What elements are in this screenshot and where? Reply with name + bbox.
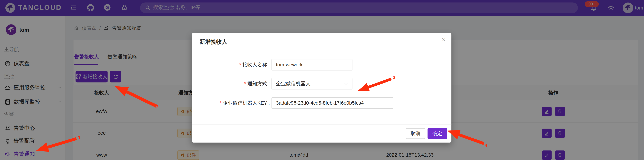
chevron-down-icon	[344, 81, 348, 86]
field-label-receiver-name: *接收人名称	[192, 61, 270, 68]
receiver-name-input[interactable]: tom-wework	[272, 59, 352, 70]
modal-header-divider	[192, 51, 451, 51]
modal-title: 新增接收人	[200, 38, 227, 46]
app-root: TANCLOUD G 搜索监控: 名称、IP等 99+ tom	[0, 0, 644, 160]
cancel-button[interactable]: 取消	[406, 128, 425, 139]
required-mark: *	[244, 81, 246, 86]
confirm-button[interactable]: 确定	[428, 128, 447, 139]
required-mark: *	[240, 62, 241, 67]
field-label-notify-method: *通知方式	[192, 80, 270, 87]
field-label-wework-key: *企业微信机器人KEY	[192, 100, 270, 107]
notify-method-select[interactable]: 企业微信机器人	[272, 78, 352, 90]
close-icon[interactable]: ×	[442, 37, 446, 43]
required-mark: *	[220, 100, 222, 106]
modal-footer-divider	[192, 124, 451, 125]
wework-key-input[interactable]: 3adafc96-23d0-4cd5-8feb-17f6e0b5fcs4	[272, 97, 393, 109]
add-receiver-modal: 新增接收人 × *接收人名称 tom-wework *通知方式 企业微信机器人 …	[192, 33, 451, 142]
